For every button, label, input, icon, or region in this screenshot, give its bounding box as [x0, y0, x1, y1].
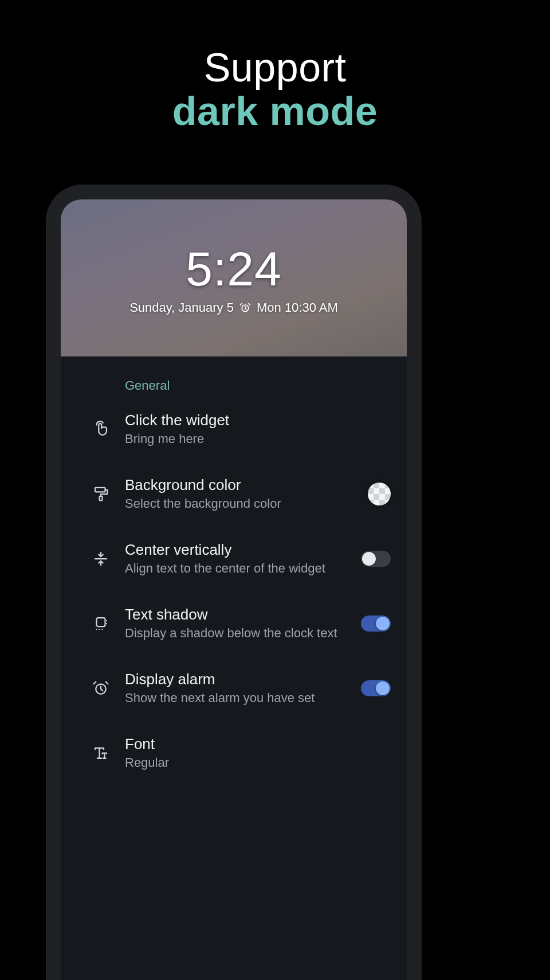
setting-text-shadow[interactable]: Text shadow Display a shadow below the c… — [61, 591, 407, 656]
widget-alarm: Mon 10:30 AM — [257, 300, 338, 315]
color-swatch-transparent[interactable] — [368, 483, 391, 505]
setting-display-alarm[interactable]: Display alarm Show the next alarm you ha… — [61, 656, 407, 720]
alarm-clock-icon — [239, 302, 251, 313]
setting-subtitle: Display a shadow below the clock text — [125, 626, 351, 641]
center-vertical-icon — [92, 550, 109, 567]
setting-subtitle: Align text to the center of the widget — [125, 561, 351, 576]
setting-center-vertically[interactable]: Center vertically Align text to the cent… — [61, 526, 407, 591]
paint-roller-icon — [92, 485, 109, 503]
phone-frame: 5:24 Sunday, January 5 Mon 10:30 AM Gene… — [46, 185, 422, 980]
svg-rect-2 — [100, 496, 103, 500]
widget-date: Sunday, January 5 — [129, 300, 234, 315]
setting-title: Click the widget — [125, 411, 351, 429]
clock-widget-preview: 5:24 Sunday, January 5 Mon 10:30 AM — [61, 199, 407, 356]
setting-title: Text shadow — [125, 606, 351, 624]
toggle-display-alarm[interactable] — [361, 680, 391, 696]
setting-click-widget[interactable]: Click the widget Bring me here — [61, 397, 407, 461]
setting-subtitle: Select the background color — [125, 496, 351, 511]
promo-line-1: Support — [0, 45, 550, 91]
setting-title: Display alarm — [125, 671, 351, 688]
svg-rect-3 — [97, 618, 105, 626]
alarm-clock-icon — [92, 680, 109, 697]
widget-time: 5:24 — [186, 241, 282, 297]
phone-screen: 5:24 Sunday, January 5 Mon 10:30 AM Gene… — [61, 199, 407, 980]
text-shadow-icon — [92, 615, 109, 632]
setting-title: Center vertically — [125, 541, 351, 559]
setting-background-color[interactable]: Background color Select the background c… — [61, 461, 407, 526]
promo-title: Support dark mode — [0, 0, 550, 134]
setting-subtitle: Regular — [125, 755, 351, 770]
svg-rect-1 — [95, 487, 105, 492]
setting-title: Background color — [125, 476, 351, 494]
promo-line-2: dark mode — [0, 88, 550, 134]
font-icon — [92, 744, 109, 762]
setting-font[interactable]: Font Regular — [61, 720, 407, 785]
setting-subtitle: Bring me here — [125, 432, 351, 446]
setting-title: Font — [125, 735, 351, 753]
toggle-text-shadow[interactable] — [361, 616, 391, 632]
section-header-general: General — [61, 378, 407, 397]
setting-subtitle: Show the next alarm you have set — [125, 691, 351, 705]
touch-icon — [92, 421, 109, 438]
toggle-center-vertically[interactable] — [361, 551, 391, 567]
settings-sheet: General Click the widget Bring me here B… — [61, 356, 407, 785]
